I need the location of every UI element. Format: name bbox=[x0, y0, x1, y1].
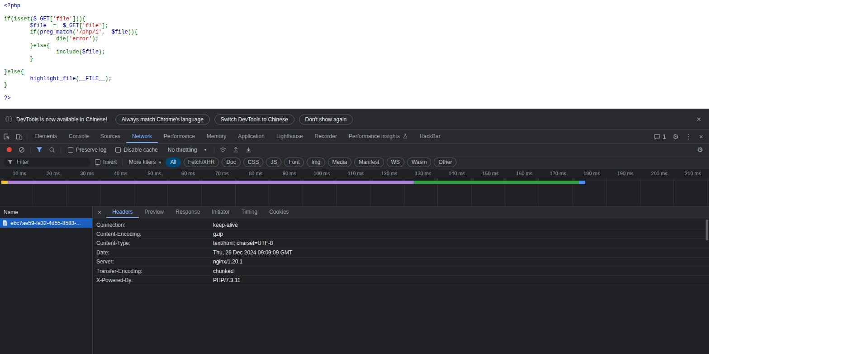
checkbox-box bbox=[115, 147, 121, 153]
page-content: <?php if(isset($_GET['file'])){ $file = … bbox=[0, 0, 868, 109]
more-filters-dropdown[interactable]: More filters ▾ bbox=[129, 159, 161, 165]
filter-pill-img[interactable]: Img bbox=[307, 158, 325, 167]
tab-label: Response bbox=[175, 209, 200, 215]
filter-pill-all[interactable]: All bbox=[166, 158, 180, 167]
code-line: <?php bbox=[4, 3, 868, 10]
tab-label: Initiator bbox=[212, 209, 229, 215]
inspect-icon[interactable] bbox=[0, 130, 13, 143]
disable-cache-label: Disable cache bbox=[123, 147, 157, 153]
checkbox-box bbox=[95, 159, 100, 165]
disable-cache-checkbox[interactable]: Disable cache bbox=[115, 147, 157, 153]
tab-performance-insights[interactable]: Performance insights bbox=[343, 130, 414, 143]
network-toolbar: Preserve log Disable cache No throttling… bbox=[0, 144, 709, 156]
filter-placeholder: Filter bbox=[17, 159, 29, 165]
code-line: $file = $_GET['file']; bbox=[4, 23, 868, 29]
tab-label: Network bbox=[132, 133, 152, 139]
header-value: PHP/7.3.11 bbox=[213, 277, 709, 283]
detail-tab-timing[interactable]: Timing bbox=[236, 206, 264, 218]
tab-hackbar[interactable]: HackBar bbox=[414, 130, 446, 143]
filter-pill-js[interactable]: JS bbox=[266, 158, 281, 167]
detail-tabs: HeadersPreviewResponseInitiatorTimingCoo… bbox=[106, 206, 294, 218]
chevron-down-icon: ▾ bbox=[204, 147, 206, 152]
headers-pane: Connection:keep-aliveContent-Encoding:gz… bbox=[93, 218, 709, 354]
header-key: Connection: bbox=[96, 222, 213, 228]
import-har-icon[interactable] bbox=[230, 144, 241, 155]
header-value: nginx/1.20.1 bbox=[213, 258, 709, 265]
tab-application[interactable]: Application bbox=[232, 130, 270, 143]
header-key: Transfer-Encoding: bbox=[96, 268, 213, 274]
tab-console[interactable]: Console bbox=[63, 130, 95, 143]
export-har-icon[interactable] bbox=[243, 144, 254, 155]
gridline bbox=[606, 179, 607, 206]
notification-button-switch-devtools-to-chinese[interactable]: Switch DevTools to Chinese bbox=[214, 115, 294, 124]
tab-performance[interactable]: Performance bbox=[158, 130, 201, 143]
devtools-close-icon[interactable]: × bbox=[695, 133, 707, 140]
console-messages-indicator[interactable]: 1 bbox=[650, 134, 669, 140]
tab-label: Performance insights bbox=[349, 133, 400, 139]
filter-pill-doc[interactable]: Doc bbox=[222, 158, 240, 167]
request-row[interactable]: ebc7ae59-fe32-4d55-8583-... bbox=[0, 218, 92, 228]
header-value: chunked bbox=[213, 268, 709, 274]
clear-icon[interactable] bbox=[16, 144, 27, 155]
tab-label: Console bbox=[69, 133, 89, 139]
filter-toggle-icon[interactable] bbox=[34, 144, 45, 155]
filter-pill-wasm[interactable]: Wasm bbox=[407, 158, 432, 167]
notification-button-don-t-show-again[interactable]: Don't show again bbox=[299, 115, 353, 124]
search-icon[interactable] bbox=[47, 144, 57, 155]
toolbar-divider bbox=[61, 146, 61, 153]
tick-label: 130 ms bbox=[408, 171, 431, 176]
notification-buttons: Always match Chrome's languageSwitch Dev… bbox=[115, 115, 353, 124]
tab-label: Preview bbox=[145, 209, 164, 215]
tick-label: 140 ms bbox=[442, 171, 465, 176]
network-overview[interactable]: 10 ms20 ms30 ms40 ms50 ms60 ms70 ms80 ms… bbox=[0, 168, 709, 206]
tab-recorder[interactable]: Recorder bbox=[309, 130, 343, 143]
code-line: if(preg_match('/php/i', $file)){ bbox=[4, 29, 868, 36]
toolbar-divider bbox=[123, 158, 123, 166]
detail-tab-response[interactable]: Response bbox=[170, 206, 206, 218]
tab-memory[interactable]: Memory bbox=[201, 130, 232, 143]
tab-elements[interactable]: Elements bbox=[28, 130, 63, 143]
header-value: text/html; charset=UTF-8 bbox=[213, 240, 709, 246]
header-key: Content-Encoding: bbox=[96, 231, 213, 237]
invert-checkbox[interactable]: Invert bbox=[95, 159, 117, 165]
filter-input[interactable]: Filter bbox=[4, 158, 90, 167]
record-button[interactable] bbox=[4, 144, 14, 155]
detail-tab-cookies[interactable]: Cookies bbox=[263, 206, 294, 218]
filter-pill-fetch-xhr[interactable]: Fetch/XHR bbox=[184, 158, 219, 167]
tab-label: Sources bbox=[100, 133, 120, 139]
tick-label: 200 ms bbox=[645, 171, 667, 176]
tab-sources[interactable]: Sources bbox=[95, 130, 126, 143]
filter-pill-other[interactable]: Other bbox=[434, 158, 456, 167]
notification-button-always-match-chrome-s-language[interactable]: Always match Chrome's language bbox=[115, 115, 210, 124]
detail-tab-preview[interactable]: Preview bbox=[139, 206, 170, 218]
filter-pill-font[interactable]: Font bbox=[284, 158, 304, 167]
details-close-icon[interactable]: × bbox=[93, 206, 106, 218]
filter-pill-manifest[interactable]: Manifest bbox=[354, 158, 384, 167]
filter-pill-media[interactable]: Media bbox=[328, 158, 352, 167]
column-header-name[interactable]: Name bbox=[0, 206, 93, 218]
tab-lighthouse[interactable]: Lighthouse bbox=[270, 130, 309, 143]
preserve-log-checkbox[interactable]: Preserve log bbox=[68, 147, 106, 153]
requests-list: ebc7ae59-fe32-4d55-8583-... bbox=[0, 218, 93, 354]
kebab-menu-icon[interactable]: ⋮ bbox=[682, 133, 695, 141]
scrollbar-thumb[interactable] bbox=[706, 220, 708, 240]
headers-list: Connection:keep-aliveContent-Encoding:gz… bbox=[93, 220, 709, 285]
network-settings-gear-icon[interactable]: ⚙ bbox=[695, 144, 706, 155]
chevron-down-icon: ▾ bbox=[159, 160, 161, 165]
filter-pill-ws[interactable]: WS bbox=[387, 158, 404, 167]
header-row: Connection:keep-alive bbox=[93, 220, 709, 230]
notification-close-icon[interactable]: × bbox=[694, 115, 704, 123]
code-line: highlight_file(__FILE__); bbox=[4, 76, 868, 82]
filter-pill-css[interactable]: CSS bbox=[243, 158, 264, 167]
settings-gear-icon[interactable]: ⚙ bbox=[669, 133, 682, 141]
code-line: } bbox=[4, 56, 868, 62]
network-conditions-icon[interactable] bbox=[218, 144, 228, 155]
throttling-select[interactable]: No throttling ▾ bbox=[168, 147, 207, 153]
device-toolbar-icon[interactable] bbox=[13, 130, 25, 143]
detail-tab-initiator[interactable]: Initiator bbox=[206, 206, 235, 218]
detail-tab-headers[interactable]: Headers bbox=[106, 206, 138, 218]
tick-label: 40 ms bbox=[105, 171, 128, 176]
tab-network[interactable]: Network bbox=[126, 130, 158, 143]
code-line: if(isset($_GET['file'])){ bbox=[4, 16, 868, 23]
tick-label: 50 ms bbox=[138, 171, 161, 176]
